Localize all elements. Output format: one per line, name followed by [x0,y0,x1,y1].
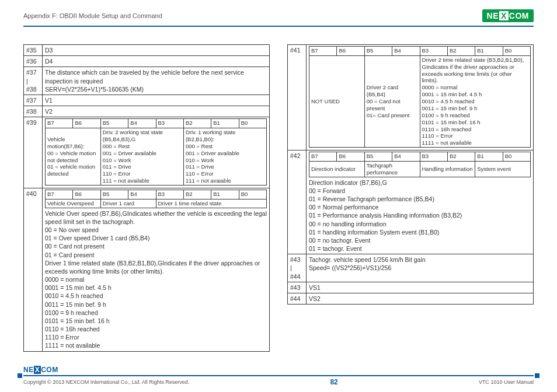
bits-table-39: B7B6B5B4B3B2B1B0 Vehicle motion(B7,B6):0… [45,118,267,186]
header-title: Appendix F: OBDII Module Setup and Comma… [23,12,162,19]
row-id: #44 [288,293,307,304]
left-column: #35D3 #36D4 #37 | #38 The distance which… [23,44,270,352]
row-id: #43 [288,282,307,293]
row-42-body: Direction indicator (B7,B6),G 00 = Forwa… [309,178,531,253]
row-40-body: Vehicle Over speed (B7,B6),GIndicates wh… [45,209,267,350]
row-id: #37 [24,94,43,106]
row-41-content: B7B6B5B4B3B2B1B0 NOT USED Driver 2 card … [307,45,534,150]
row-val: V2 [43,106,270,117]
row-id: #36 [24,56,43,67]
row-id: #42 [288,150,307,254]
content-columns: #35D3 #36D4 #37 | #38 The distance which… [23,44,534,352]
footer-rule [23,375,534,376]
row-val: V1 [43,94,270,106]
row-40-content: B7B6B5B4B3B2B1B0 Vehicle OverspeedDriver… [43,188,270,352]
row-id: #35 [24,45,43,56]
page-footer: NEXCOM Copyright © 2013 NEXCOM Internati… [23,366,534,386]
row-val: The distance which can be traveled by th… [43,67,270,95]
row-val: Tachogr. vehicle speed 1/256 km/h Bit ga… [307,254,534,282]
row-39-content: B7B6B5B4B3B2B1B0 Vehicle motion(B7,B6):0… [43,117,270,188]
nexcom-logo-top: NEXCOM [482,9,534,22]
manual-title: VTC 1010 User Manual [479,379,534,385]
row-val: D4 [43,56,270,67]
table-row: #37V1 [24,94,270,106]
row-id: #43 | #44 [288,254,307,282]
row-id: #37 | #38 [24,67,43,95]
right-table: #41 B7B6B5B4B3B2B1B0 NOT USED Driver 2 c… [287,44,534,304]
bits-table-42: B7B6B5B4B3B2B1B0 Direction indicatorTach… [309,152,531,177]
row-id: #38 [24,106,43,117]
table-row: #41 B7B6B5B4B3B2B1B0 NOT USED Driver 2 c… [288,45,534,150]
row-id: #39 [24,117,43,188]
table-row: #43 | #44 Tachogr. vehicle speed 1/256 k… [288,254,534,282]
nexcom-logo-bottom: NEXCOM [23,366,58,374]
row-val: VS1 [307,282,534,293]
table-row: #43VS1 [288,282,534,293]
left-table: #35D3 #36D4 #37 | #38 The distance which… [23,44,270,352]
bits-table-40: B7B6B5B4B3B2B1B0 Vehicle OverspeedDriver… [45,190,267,208]
right-column: #41 B7B6B5B4B3B2B1B0 NOT USED Driver 2 c… [287,44,534,352]
table-row: #37 | #38 The distance which can be trav… [24,67,270,95]
row-id: #41 [288,45,307,150]
table-row: #42 B7B6B5B4B3B2B1B0 Direction indicator… [288,150,534,254]
table-row: #40 B7B6B5B4B3B2B1B0 Vehicle OverspeedDr… [24,188,270,352]
row-id: #40 [24,188,43,352]
page-header: Appendix F: OBDII Module Setup and Comma… [23,9,534,27]
row-val: D3 [43,45,270,56]
bits-table-41: B7B6B5B4B3B2B1B0 NOT USED Driver 2 card … [309,46,531,148]
table-row: #38V2 [24,106,270,117]
page-number: 82 [330,378,337,386]
table-row: #44VS2 [288,293,534,304]
table-row: #36D4 [24,56,270,67]
table-row: #35D3 [24,45,270,56]
row-42-content: B7B6B5B4B3B2B1B0 Direction indicatorTach… [307,150,534,254]
row-val: VS2 [307,293,534,304]
table-row: #39 B7B6B5B4B3B2B1B0 Vehicle motion(B7,B… [24,117,270,188]
copyright-text: Copyright © 2013 NEXCOM International Co… [23,379,189,385]
